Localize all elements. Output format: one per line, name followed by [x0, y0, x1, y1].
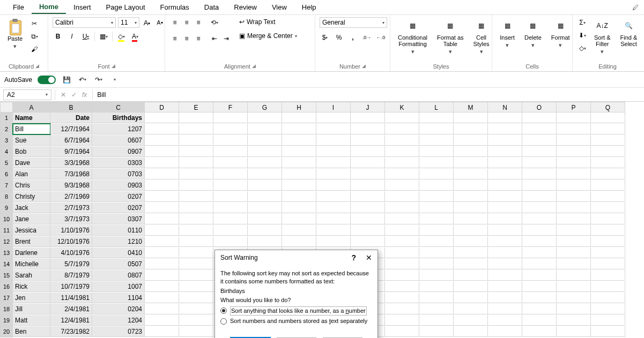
- cell[interactable]: [248, 202, 282, 213]
- cell[interactable]: [419, 225, 454, 236]
- cell[interactable]: [385, 112, 419, 123]
- delete-cells-button[interactable]: ▦ Delete▾: [521, 17, 545, 49]
- cell[interactable]: 4/10/1976: [50, 247, 92, 258]
- cell[interactable]: [522, 146, 557, 157]
- cell[interactable]: [557, 202, 591, 213]
- cell[interactable]: [557, 326, 591, 337]
- row-header[interactable]: 11: [0, 225, 13, 236]
- cell[interactable]: 0110: [92, 225, 145, 236]
- cell[interactable]: Christy: [13, 191, 50, 202]
- cancel-formula-icon[interactable]: ✕: [61, 91, 66, 99]
- cell[interactable]: [488, 112, 522, 123]
- cell[interactable]: [316, 202, 351, 213]
- cell[interactable]: [419, 304, 454, 314]
- cell[interactable]: [145, 191, 179, 202]
- cell[interactable]: [419, 259, 454, 269]
- cell[interactable]: [316, 191, 351, 202]
- fill-icon[interactable]: ⬇▾: [577, 30, 588, 41]
- cell[interactable]: [179, 124, 213, 134]
- cell[interactable]: [522, 225, 557, 236]
- cell[interactable]: Jane: [13, 214, 50, 224]
- cell[interactable]: [179, 326, 213, 337]
- cell[interactable]: [488, 270, 522, 281]
- cell[interactable]: [454, 292, 488, 303]
- alignment-launcher-icon[interactable]: ◢: [252, 63, 256, 69]
- dialog-help-icon[interactable]: ?: [351, 253, 356, 262]
- cell[interactable]: [248, 135, 282, 146]
- cell[interactable]: [488, 180, 522, 191]
- cell[interactable]: [557, 259, 591, 269]
- cell[interactable]: [179, 169, 213, 179]
- cell[interactable]: 5/7/1979: [50, 259, 92, 269]
- radio-sort-as-number[interactable]: Sort anything that looks like a number, …: [220, 306, 372, 316]
- cell[interactable]: [282, 124, 316, 134]
- col-header-B[interactable]: B: [50, 102, 92, 112]
- underline-button[interactable]: U▾: [80, 31, 91, 42]
- cell[interactable]: [454, 281, 488, 292]
- cell[interactable]: [454, 180, 488, 191]
- cell[interactable]: [419, 315, 454, 326]
- cell[interactable]: [316, 135, 351, 146]
- cell[interactable]: [488, 169, 522, 179]
- cell[interactable]: [454, 270, 488, 281]
- cell[interactable]: [522, 112, 557, 123]
- cell[interactable]: [454, 191, 488, 202]
- cell[interactable]: 0703: [92, 169, 145, 179]
- cell[interactable]: 0507: [92, 259, 145, 269]
- cell[interactable]: [557, 180, 591, 191]
- cell[interactable]: [385, 315, 419, 326]
- cell[interactable]: [351, 225, 385, 236]
- cell[interactable]: 8/7/1979: [50, 270, 92, 281]
- cell[interactable]: Dave: [13, 157, 50, 168]
- cell[interactable]: [213, 124, 248, 134]
- comma-icon[interactable]: ,: [347, 32, 358, 43]
- cell[interactable]: [179, 112, 213, 123]
- cell[interactable]: [282, 169, 316, 179]
- cell[interactable]: [179, 135, 213, 146]
- tab-data[interactable]: Data: [197, 1, 226, 13]
- tab-review[interactable]: Review: [226, 1, 264, 13]
- sort-filter-button[interactable]: A↓Z Sort & Filter▾: [591, 17, 614, 56]
- cell[interactable]: [591, 225, 625, 236]
- row-header[interactable]: 6: [0, 169, 13, 180]
- cell[interactable]: [488, 124, 522, 134]
- cell[interactable]: [454, 135, 488, 146]
- cell[interactable]: [282, 202, 316, 213]
- cell[interactable]: [179, 270, 213, 281]
- cell[interactable]: Darlene: [13, 247, 50, 258]
- cell[interactable]: Brent: [13, 236, 50, 247]
- cell[interactable]: [385, 124, 419, 134]
- row-header[interactable]: 14: [0, 259, 13, 270]
- tab-help[interactable]: Help: [294, 1, 324, 13]
- col-header-N[interactable]: N: [488, 102, 522, 112]
- cell[interactable]: [179, 247, 213, 258]
- cell[interactable]: [591, 281, 625, 292]
- cell[interactable]: [316, 124, 351, 134]
- cell-styles-button[interactable]: ▦ Cell Styles▾: [470, 17, 493, 56]
- cell[interactable]: [454, 247, 488, 258]
- cell[interactable]: [145, 214, 179, 224]
- cell[interactable]: Chris: [13, 180, 50, 191]
- cell[interactable]: [351, 214, 385, 224]
- cell[interactable]: [145, 124, 179, 134]
- cell[interactable]: [385, 304, 419, 314]
- cell[interactable]: 1210: [92, 236, 145, 247]
- cell[interactable]: [454, 304, 488, 314]
- cell[interactable]: [488, 247, 522, 258]
- col-header-F[interactable]: F: [213, 102, 248, 112]
- cell[interactable]: [591, 247, 625, 258]
- row-header[interactable]: 17: [0, 292, 13, 304]
- fx-icon[interactable]: fx: [82, 91, 87, 99]
- cell[interactable]: [591, 146, 625, 157]
- cell[interactable]: 9/7/1964: [50, 146, 92, 157]
- cell[interactable]: [419, 135, 454, 146]
- copy-icon[interactable]: ⧉▾: [29, 31, 40, 42]
- col-header-O[interactable]: O: [522, 102, 557, 112]
- cell[interactable]: Name: [13, 112, 50, 123]
- align-left-icon[interactable]: ≡: [169, 33, 180, 44]
- cell[interactable]: [488, 236, 522, 247]
- cell[interactable]: [522, 135, 557, 146]
- decrease-font-icon[interactable]: A▾: [154, 17, 165, 28]
- cell[interactable]: [179, 225, 213, 236]
- cell[interactable]: [351, 157, 385, 168]
